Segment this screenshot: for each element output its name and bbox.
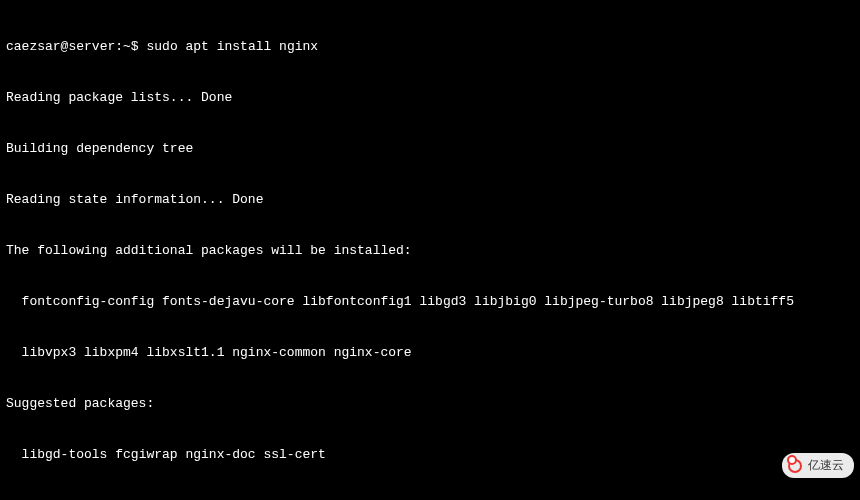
additional-line: libvpx3 libxpm4 libxslt1.1 nginx-common … — [6, 344, 854, 361]
output-building-tree: Building dependency tree — [6, 140, 854, 157]
additional-heading: The following additional packages will b… — [6, 242, 854, 259]
output-reading-state: Reading state information... Done — [6, 191, 854, 208]
prompt-host: server — [68, 39, 115, 54]
prompt-symbol: $ — [131, 39, 139, 54]
output-reading-lists: Reading package lists... Done — [6, 89, 854, 106]
command-text: sudo apt install nginx — [146, 39, 318, 54]
prompt-line: caezsar@server:~$ sudo apt install nginx — [6, 38, 854, 55]
watermark-badge: 亿速云 — [782, 453, 854, 478]
suggested-heading: Suggested packages: — [6, 395, 854, 412]
prompt-user: caezsar — [6, 39, 61, 54]
prompt-cwd: ~ — [123, 39, 131, 54]
additional-line: fontconfig-config fonts-dejavu-core libf… — [6, 293, 854, 310]
suggested-line: libgd-tools fcgiwrap nginx-doc ssl-cert — [6, 446, 854, 463]
watermark-text: 亿速云 — [808, 457, 844, 474]
terminal-window[interactable]: caezsar@server:~$ sudo apt install nginx… — [0, 0, 860, 500]
watermark-logo-icon — [788, 459, 802, 473]
